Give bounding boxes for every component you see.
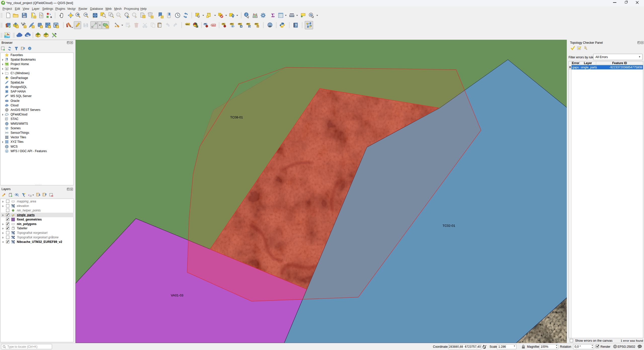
svg-text:1:1: 1:1 [117,14,119,16]
svg-text:TC08-01: TC08-01 [230,115,243,119]
svg-text:TC02-01: TC02-01 [442,224,455,228]
svg-text:a: a [50,15,52,18]
svg-text:V: V [6,150,8,152]
svg-text:ε: ε [28,193,30,197]
svg-text:VA01-03: VA01-03 [171,293,183,297]
